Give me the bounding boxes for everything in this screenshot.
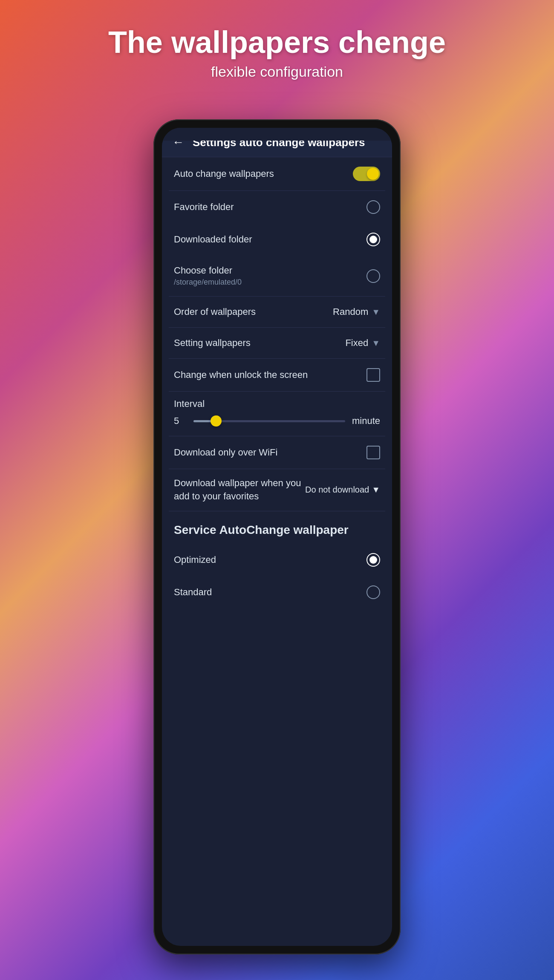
setting-dropdown-arrow-icon: ▼ [372, 338, 380, 348]
change-unlock-label: Change when unlock the screen [174, 369, 366, 380]
order-dropdown-arrow-icon: ▼ [372, 307, 380, 317]
optimized-radio-inner [369, 556, 377, 564]
phone-mockup: ← Settings auto change wallpapers Auto c… [153, 119, 401, 954]
interval-section: Interval 5 minute [162, 392, 392, 436]
choose-folder-row[interactable]: Choose folder /storage/emulated/0 [162, 256, 392, 296]
download-wifi-checkbox[interactable] [366, 446, 380, 459]
phone-screen: ← Settings auto change wallpapers Auto c… [162, 128, 392, 946]
optimized-row[interactable]: Optimized [162, 544, 392, 576]
slider-thumb[interactable] [211, 415, 222, 427]
order-wallpapers-value: Random [333, 306, 368, 317]
phone-outer-frame: ← Settings auto change wallpapers Auto c… [153, 119, 401, 954]
choose-folder-label: Choose folder [174, 265, 366, 276]
download-wifi-label: Download only over WiFi [174, 447, 366, 458]
optimized-label: Optimized [174, 554, 366, 565]
status-bar [162, 128, 392, 141]
download-favorites-dropdown[interactable]: Do not download ▼ [305, 485, 380, 495]
downloaded-folder-radio[interactable] [366, 233, 380, 246]
download-wifi-row: Download only over WiFi [162, 436, 392, 469]
optimized-radio[interactable] [366, 553, 380, 567]
interval-slider-track[interactable] [193, 420, 345, 422]
setting-wallpapers-row: Setting wallpapers Fixed ▼ [162, 328, 392, 358]
top-text-section: The wallpapers chenge flexible configura… [0, 26, 554, 80]
downloaded-folder-label: Downloaded folder [174, 234, 366, 245]
download-favorites-value: Do not download [305, 485, 369, 495]
order-wallpapers-row: Order of wallpapers Random ▼ [162, 297, 392, 327]
choose-folder-radio[interactable] [366, 269, 380, 283]
standard-radio[interactable] [366, 585, 380, 599]
setting-wallpapers-dropdown[interactable]: Fixed ▼ [345, 337, 380, 349]
auto-change-label: Auto change wallpapers [174, 168, 353, 179]
change-unlock-row: Change when unlock the screen [162, 359, 392, 391]
choose-folder-path: /storage/emulated/0 [174, 278, 366, 287]
interval-value: 5 [174, 415, 187, 427]
downloaded-folder-row[interactable]: Downloaded folder [162, 223, 392, 256]
standard-row[interactable]: Standard [162, 576, 392, 608]
setting-wallpapers-label: Setting wallpapers [174, 337, 345, 349]
standard-label: Standard [174, 587, 366, 598]
setting-wallpapers-value: Fixed [345, 337, 368, 349]
auto-change-toggle[interactable] [353, 167, 380, 181]
download-favorites-row: Download wallpaper when you add to your … [162, 469, 392, 511]
main-subtitle: flexible configuration [0, 63, 554, 80]
toggle-track [353, 167, 380, 181]
order-wallpapers-label: Order of wallpapers [174, 306, 333, 317]
order-wallpapers-dropdown[interactable]: Random ▼ [333, 306, 380, 317]
toggle-thumb [367, 168, 379, 180]
favorite-folder-radio[interactable] [366, 200, 380, 214]
main-title: The wallpapers chenge [0, 26, 554, 59]
download-favorites-arrow-icon: ▼ [372, 485, 380, 495]
slider-row: 5 minute [174, 415, 380, 427]
service-section-heading: Service AutoChange wallpaper [162, 511, 392, 544]
favorite-folder-label: Favorite folder [174, 202, 366, 213]
interval-unit: minute [352, 415, 380, 427]
favorite-folder-row[interactable]: Favorite folder [162, 191, 392, 223]
change-unlock-checkbox[interactable] [366, 368, 380, 382]
radio-inner [369, 236, 377, 243]
download-favorites-label: Download wallpaper when you add to your … [174, 477, 305, 503]
settings-content: Auto change wallpapers Favorite folder D [162, 157, 392, 926]
interval-label: Interval [174, 398, 380, 409]
choose-folder-text: Choose folder /storage/emulated/0 [174, 265, 366, 287]
auto-change-row: Auto change wallpapers [162, 157, 392, 190]
